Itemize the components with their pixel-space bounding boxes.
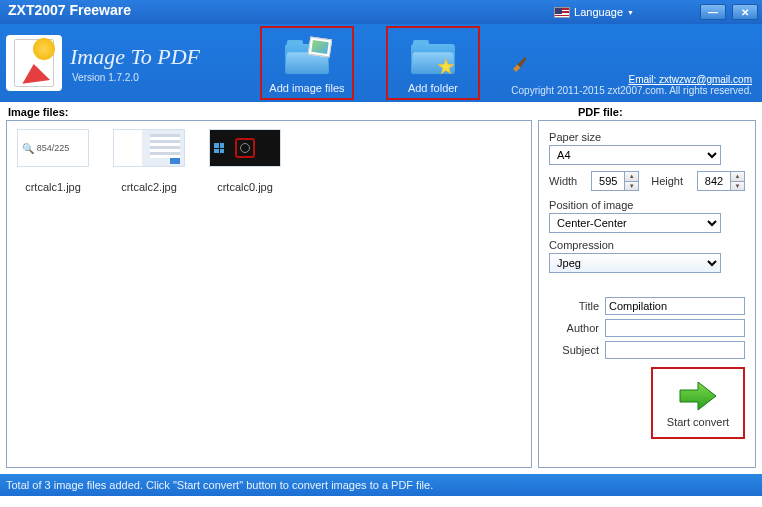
file-thumbnail[interactable]: 854/225 crtcalc1.jpg xyxy=(15,129,91,193)
file-thumbnail[interactable]: crtcalc2.jpg xyxy=(111,129,187,193)
thumbnail-image xyxy=(209,129,281,167)
author-label: Author xyxy=(555,322,599,334)
email-link[interactable]: Email: zxtwzwz@gmail.com xyxy=(628,74,752,85)
spin-up-icon[interactable]: ▲ xyxy=(624,172,638,182)
file-thumbnail[interactable]: crtcalc0.jpg xyxy=(207,129,283,193)
width-label: Width xyxy=(549,175,577,187)
header: Image To PDF Version 1.7.2.0 Add image f… xyxy=(0,24,762,102)
add-image-files-button[interactable]: Add image files xyxy=(260,26,354,100)
status-bar: Total of 3 image files added. Click "Sta… xyxy=(0,474,762,496)
app-title: Image To PDF xyxy=(70,44,200,70)
paper-size-select[interactable]: A4 xyxy=(549,145,721,165)
compression-select[interactable]: Jpeg xyxy=(549,253,721,273)
compression-label: Compression xyxy=(549,239,745,251)
start-convert-button[interactable]: Start convert xyxy=(651,367,745,439)
folder-star-icon xyxy=(411,40,455,76)
width-spinner[interactable]: ▲▼ xyxy=(591,171,639,191)
app-version: Version 1.7.2.0 xyxy=(72,72,200,83)
subject-input[interactable] xyxy=(605,341,745,359)
spin-down-icon[interactable]: ▼ xyxy=(730,182,744,191)
thumbnail-image: 854/225 xyxy=(17,129,89,167)
width-input[interactable] xyxy=(592,172,624,190)
close-button[interactable]: ✕ xyxy=(732,4,758,20)
folder-image-icon xyxy=(285,40,329,76)
paper-size-label: Paper size xyxy=(549,131,745,143)
chevron-down-icon: ▼ xyxy=(627,9,634,16)
file-name: crtcalc1.jpg xyxy=(25,181,81,193)
language-selector[interactable]: Language ▼ xyxy=(554,6,634,18)
position-label: Position of image xyxy=(549,199,745,211)
flag-us-icon xyxy=(554,7,570,18)
add-folder-button[interactable]: Add folder xyxy=(386,26,480,100)
height-spinner[interactable]: ▲▼ xyxy=(697,171,745,191)
start-convert-label: Start convert xyxy=(667,416,729,428)
position-select[interactable]: Center-Center xyxy=(549,213,721,233)
copyright-text: Copyright 2011-2015 zxt2007.com. All rig… xyxy=(511,85,752,96)
file-name: crtcalc0.jpg xyxy=(217,181,273,193)
image-files-heading: Image files: xyxy=(8,106,578,118)
add-folder-label: Add folder xyxy=(408,82,458,94)
height-input[interactable] xyxy=(698,172,730,190)
thumbnail-image xyxy=(113,129,185,167)
title-label: Title xyxy=(555,300,599,312)
height-label: Height xyxy=(651,175,683,187)
arrow-right-icon xyxy=(676,378,720,414)
titlebar: ZXT2007 Freeware Language ▼ — ✕ xyxy=(0,0,762,24)
spin-up-icon[interactable]: ▲ xyxy=(730,172,744,182)
minimize-button[interactable]: — xyxy=(700,4,726,20)
title-input[interactable] xyxy=(605,297,745,315)
author-input[interactable] xyxy=(605,319,745,337)
pdf-settings-pane: Paper size A4 Width ▲▼ Height ▲▼ Positio… xyxy=(538,120,756,468)
pdf-file-heading: PDF file: xyxy=(578,106,623,118)
file-name: crtcalc2.jpg xyxy=(121,181,177,193)
spin-down-icon[interactable]: ▼ xyxy=(624,182,638,191)
add-image-label: Add image files xyxy=(269,82,344,94)
clear-button[interactable] xyxy=(510,54,528,72)
language-label: Language xyxy=(574,6,623,18)
image-files-pane[interactable]: 854/225 crtcalc1.jpg crtcalc2.jpg crtcal… xyxy=(6,120,532,468)
app-brand: ZXT2007 Freeware xyxy=(8,2,131,18)
app-logo xyxy=(6,35,62,91)
subject-label: Subject xyxy=(555,344,599,356)
